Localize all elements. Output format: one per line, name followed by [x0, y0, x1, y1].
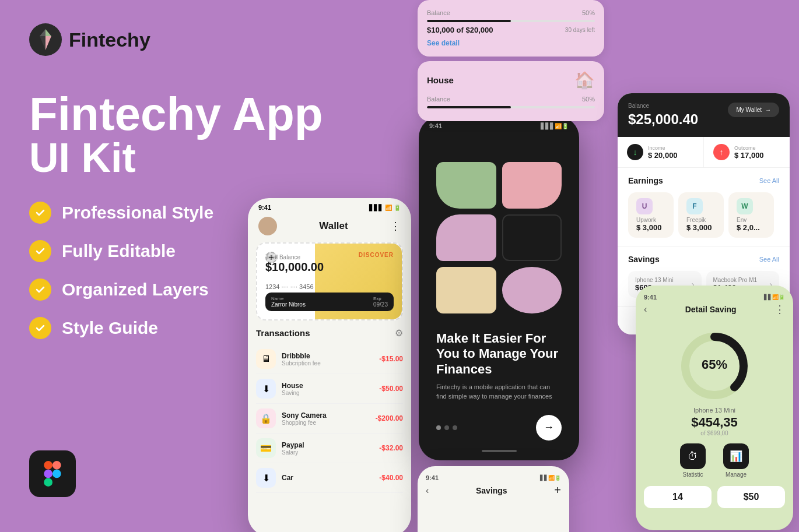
savings-bottom-header: ‹ Savings +	[426, 484, 561, 497]
earnings-see-all[interactable]: See All	[759, 177, 779, 184]
income-arrow-icon: ↓	[627, 144, 643, 160]
card-exp: 09/23	[373, 301, 388, 308]
dot-1	[436, 425, 441, 430]
env-name: Env	[737, 217, 766, 223]
savings-back-icon[interactable]: ‹	[426, 485, 429, 496]
transaction-camera-name: Sony Camera	[282, 411, 370, 420]
income-outcome-row: ↓ Income $ 20,000 ↑ Outcome $ 17,000	[618, 137, 790, 168]
wallet-title: Wallet	[319, 220, 348, 232]
donut-chart: 65%	[679, 331, 749, 401]
onboarding-title: Make It Easier For You to Manage Your Fi…	[436, 331, 562, 377]
onboarding-pattern: Make It Easier For You to Manage Your Fi…	[419, 133, 579, 460]
svg-point-5	[52, 470, 61, 478]
house-savings-fill	[427, 106, 511, 108]
transaction-house: ⬇ House Saving -$50.00	[256, 374, 403, 404]
saving-header: ‹ Detail Saving ⋮	[644, 303, 785, 316]
savings-bottom-time: 9:41	[426, 474, 439, 481]
figma-icon	[29, 450, 76, 497]
transaction-dribbble: 🖥 Dribbble Subcription fee -$15.00	[256, 344, 403, 374]
house-balance-label: Balance	[427, 96, 450, 103]
onboarding-subtitle: Fintechy is a mobile application that ca…	[436, 383, 562, 401]
saving-stat-1-value: 14	[650, 492, 706, 502]
house-balance-pct: 50%	[582, 96, 595, 103]
statistic-action[interactable]: ⏱ Statistic	[680, 443, 706, 478]
savings-value-1: $10,000 of $20,000	[427, 26, 493, 34]
wallet-menu-icon[interactable]: ⋮	[390, 220, 401, 232]
house-icon: 🏠	[574, 71, 595, 90]
feature-label-style: Style Guide	[62, 318, 158, 338]
see-detail-link[interactable]: See detail	[427, 39, 595, 47]
savings-add-icon[interactable]: +	[554, 484, 561, 497]
dash-balance-label: Balance	[628, 103, 698, 109]
saving-product-name: Iphone 13 Mini	[644, 407, 785, 414]
saving-product-price: $454,35	[644, 415, 785, 430]
transaction-paypal-sub: Salary	[282, 449, 373, 456]
saving-product-of: of $699,00	[644, 430, 785, 436]
earning-chip-freepik: F Freepik $ 3,000	[678, 192, 724, 238]
saving-product-info: Iphone 13 Mini $454,35 of $699,00	[644, 407, 785, 436]
discover-logo: DISCOVER	[359, 252, 394, 258]
transactions-title: Transactions	[256, 328, 310, 338]
detail-saving-menu-icon[interactable]: ⋮	[775, 303, 785, 316]
iphone-name: Iphone 13 Mini	[635, 277, 674, 283]
brand-name: Fintechy	[69, 29, 150, 51]
saving-stats-row: 14 $50	[644, 486, 785, 508]
back-arrow-icon[interactable]: ‹	[644, 304, 647, 315]
svg-rect-3	[44, 470, 52, 478]
income-value: $ 20,000	[648, 151, 678, 160]
freepik-value: $ 3,000	[686, 223, 716, 232]
shape-tr	[502, 162, 562, 209]
phone-detail-saving: 9:41 ▋▋📶🔋 ‹ Detail Saving ⋮ 65% Iphone 1…	[636, 286, 793, 530]
card-holder-name: Zarror Nibros	[271, 301, 306, 308]
phone-wallet: 9:41 ▋▋▋📶🔋 Wallet ⋮ + Total Balance $10,…	[248, 198, 411, 532]
transaction-dribbble-sub: Subcription fee	[282, 360, 373, 367]
saving-actions-row: ⏱ Statistic 📊 Manage	[644, 443, 785, 478]
wallet-status-icons: ▋▋▋📶🔋	[369, 205, 401, 211]
wallet-time: 9:41	[258, 204, 271, 211]
wallet-card: + Total Balance $10,000.00 DISCOVER 1234…	[256, 242, 403, 320]
feature-label-layers: Organized Layers	[62, 280, 209, 300]
my-wallet-btn[interactable]: My Wallet →	[728, 103, 779, 117]
next-button[interactable]: →	[536, 415, 562, 441]
brand-logo-icon	[29, 23, 62, 56]
exp-label: Exp	[373, 296, 388, 301]
manage-action[interactable]: 📊 Manage	[723, 443, 749, 478]
house-title: House	[427, 75, 454, 85]
transaction-car: ⬇ Car -$40.00	[256, 463, 403, 493]
macbook-name: Macbook Pro M1	[713, 277, 758, 283]
balance-label-1: Balance	[427, 9, 450, 16]
env-value: $ 2,0...	[737, 223, 766, 232]
detail-saving-title: Detail Saving	[685, 305, 737, 314]
outcome-box: ↑ Outcome $ 17,000	[704, 137, 790, 167]
feature-label-professional: Professional Style	[62, 203, 213, 223]
filter-icon[interactable]: ⚙	[395, 327, 403, 339]
upwork-value: $ 3,000	[636, 223, 665, 232]
saving-stat-2-value: $50	[723, 492, 779, 502]
manage-icon: 📊	[723, 443, 749, 469]
transaction-house-icon: ⬇	[256, 379, 276, 399]
transactions-header: Transactions ⚙	[256, 327, 403, 339]
income-label: Income	[648, 145, 678, 151]
transaction-camera-icon: 🔒	[256, 408, 276, 428]
onboarding-time: 9:41	[429, 122, 442, 129]
app-title-line2: UI Kit	[29, 138, 379, 178]
check-badge-editable	[29, 240, 51, 262]
transaction-camera: 🔒 Sony Camera Shopping fee -$200.00	[256, 404, 403, 434]
onboarding-status-icons: ▋▋▋📶🔋	[541, 123, 569, 129]
outcome-value: $ 17,000	[734, 151, 764, 160]
shape-bl	[436, 267, 496, 313]
saving-stat-1: 14	[644, 486, 712, 508]
outcome-label: Outcome	[734, 145, 764, 151]
donut-chart-container: 65%	[644, 319, 785, 407]
phone-onboarding: 9:41 ▋▋▋📶🔋 Make It Easier For You to Man…	[419, 117, 579, 460]
saving-phone-statusbar: 9:41 ▋▋📶🔋	[644, 294, 785, 301]
bottom-indicator	[482, 450, 517, 452]
wallet-header: Wallet ⋮	[248, 214, 411, 242]
check-badge-style	[29, 317, 51, 339]
check-badge-layers	[29, 279, 51, 301]
statistic-icon: ⏱	[680, 443, 706, 469]
freepik-name: Freepik	[686, 217, 716, 223]
feature-label-editable: Fully Editable	[62, 241, 176, 261]
savings-see-all[interactable]: See All	[759, 256, 779, 263]
outcome-arrow-icon: ↑	[713, 144, 730, 160]
